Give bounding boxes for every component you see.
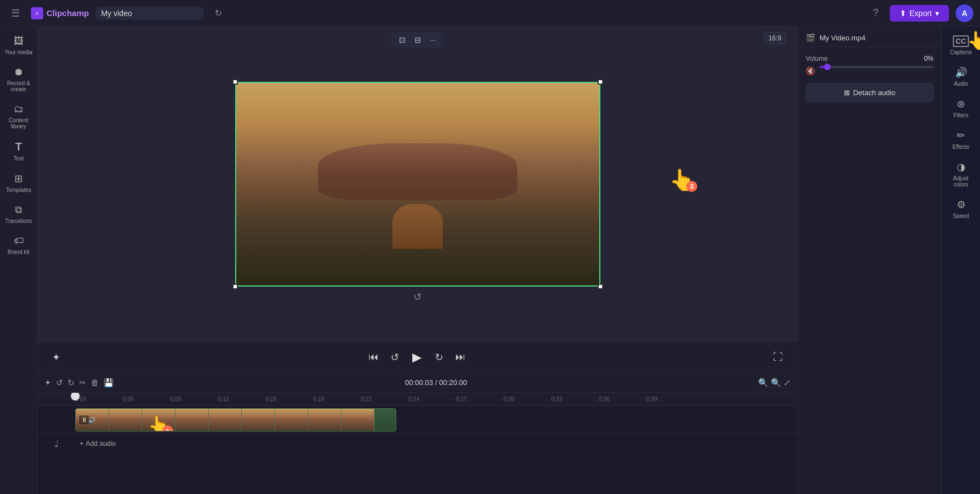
resize-handle-top-left[interactable] xyxy=(232,79,238,85)
sidebar-item-label: Transitions xyxy=(5,218,32,224)
ruler-mark-10: 0:33 xyxy=(551,396,599,402)
ruler-mark-0: 0:03 xyxy=(75,396,123,402)
sidebar-item-record-create[interactable]: ⏺ Record & create xyxy=(1,62,37,97)
sidebar-item-label: Captions xyxy=(950,49,972,55)
right-sidebar-item-effects[interactable]: ✏ Effects xyxy=(943,125,979,154)
timeline-tracks: My video.mp4 xyxy=(38,406,797,494)
volume-slider[interactable] xyxy=(820,66,934,68)
effects-icon: ✏ xyxy=(957,129,965,142)
sidebar-item-label: Brand kit xyxy=(8,249,29,255)
undo-button[interactable]: ↺ xyxy=(56,378,63,388)
transitions-icon: ⧉ xyxy=(15,204,22,216)
magic-cut-button[interactable]: ✦ xyxy=(49,349,64,366)
left-sidebar: 🖼 Your media ⏺ Record & create 🗂 Content… xyxy=(0,27,38,494)
video-background xyxy=(236,83,599,285)
redo-button[interactable]: ↻ xyxy=(68,378,75,388)
sidebar-item-content-library[interactable]: 🗂 Content library xyxy=(1,99,37,134)
zoom-out-button[interactable]: 🔍 xyxy=(758,378,769,388)
menu-icon[interactable]: ☰ xyxy=(7,5,24,22)
playback-right: ⛶ xyxy=(770,349,786,365)
clip-thumb-4 xyxy=(175,409,209,431)
right-panel-header: 🎬 My Video.mp4 xyxy=(798,27,941,47)
fullscreen-button[interactable]: ⛶ xyxy=(770,349,786,365)
clip-thumb-8 xyxy=(308,409,341,431)
detach-icon: ⊠ xyxy=(844,89,850,97)
resize-handle-bottom-left[interactable] xyxy=(232,284,238,289)
sidebar-item-label: Effects xyxy=(952,144,969,150)
ruler-mark-2: 0:09 xyxy=(170,396,218,402)
record-create-icon: ⏺ xyxy=(14,66,24,78)
audio-track-row: ♩ + Add audio xyxy=(38,434,797,454)
clip-thumb-2 xyxy=(109,409,142,431)
resize-handle-bottom-right[interactable] xyxy=(598,284,603,289)
video-title-input[interactable] xyxy=(96,7,204,20)
export-chevron-icon: ▾ xyxy=(935,9,939,18)
right-panel-content: Volume 0% 🔇 ⊠ Detach audio xyxy=(798,47,941,494)
timeline-toolbar: ✦ ↺ ↻ ✂ 🗑 💾 00:00.03 / 00:20.00 🔍 🔍 ⤢ xyxy=(38,373,797,393)
sidebar-item-label: Record & create xyxy=(3,80,34,92)
sidebar-item-transitions[interactable]: ⧉ Transitions xyxy=(1,200,37,228)
ruler-mark-7: 0:24 xyxy=(408,396,456,402)
autosave-icon[interactable]: ↻ xyxy=(210,6,226,20)
logo-icon: ■ xyxy=(31,7,43,19)
sidebar-item-templates[interactable]: ⊞ Templates xyxy=(1,168,37,197)
skip-end-button[interactable]: ⏭ xyxy=(452,349,469,365)
playback-center: ⏮ ↺ ▶ ↻ ⏭ xyxy=(365,348,469,367)
export-button[interactable]: ⬆ Export ▾ xyxy=(890,5,949,22)
clip-thumb-9 xyxy=(341,409,375,431)
skip-start-button[interactable]: ⏮ xyxy=(365,349,382,365)
filters-icon: ⊛ xyxy=(957,98,965,110)
resize-handle-top-right[interactable] xyxy=(598,79,603,85)
app-name: Clipchamp xyxy=(46,8,89,18)
file-name: My Video.mp4 xyxy=(820,34,865,42)
video-track-content: My video.mp4 xyxy=(75,406,797,433)
export-icon: ⬆ xyxy=(900,9,906,18)
templates-icon: ⊞ xyxy=(14,173,23,185)
play-button[interactable]: ▶ xyxy=(408,348,426,367)
expand-button[interactable]: ⤢ xyxy=(784,378,791,388)
clip-thumb-5 xyxy=(209,409,242,431)
clip-audio-icon: 🔊 xyxy=(88,417,96,424)
slider-thumb[interactable] xyxy=(824,64,831,70)
ruler-mark-6: 0:21 xyxy=(361,396,408,402)
video-track-row: My video.mp4 xyxy=(38,406,797,434)
mute-icon[interactable]: 🔇 xyxy=(806,66,815,75)
avatar[interactable]: A xyxy=(956,4,973,22)
video-preview: ⊡ ⊟ ··· 16:9 ↺ xyxy=(38,27,797,341)
detach-audio-button[interactable]: ⊠ Detach audio xyxy=(806,84,934,102)
cut-button[interactable]: ✂ xyxy=(79,378,86,388)
save-frame-button[interactable]: 💾 xyxy=(103,378,114,388)
right-sidebar-item-captions[interactable]: CC Captions xyxy=(943,31,979,60)
ruler-track: 0:03 0:06 0:09 0:12 0:15 0:18 0:21 0:24 … xyxy=(38,396,797,402)
add-clip-button[interactable]: ✦ xyxy=(44,378,51,388)
ruler-mark-5: 0:18 xyxy=(313,396,361,402)
timeline-ruler[interactable]: 0:03 0:06 0:09 0:12 0:15 0:18 0:21 0:24 … xyxy=(38,393,797,406)
rotation-handle[interactable]: ↺ xyxy=(413,291,422,303)
volume-value: 0% xyxy=(924,55,934,63)
video-clip[interactable]: ⏸ 🔊 👆 1 xyxy=(75,408,396,431)
plus-icon: + xyxy=(80,440,84,448)
sidebar-item-your-media[interactable]: 🖼 Your media xyxy=(1,31,37,60)
sidebar-item-label: Speed xyxy=(953,213,969,219)
sidebar-item-label: Your media xyxy=(4,49,32,55)
sidebar-item-label: Text xyxy=(13,155,23,162)
right-sidebar-item-adjust-colors[interactable]: ◑ Adjust colors xyxy=(943,157,979,192)
zoom-in-button[interactable]: 🔍 xyxy=(771,378,781,388)
sidebar-item-brand-kit[interactable]: 🏷 Brand kit xyxy=(1,231,37,259)
volume-label: Volume 0% xyxy=(806,55,934,63)
right-sidebar-item-filters[interactable]: ⊛ Filters xyxy=(943,93,979,123)
topbar: ☰ ■ Clipchamp ↻ ? ⬆ Export ▾ A xyxy=(0,0,980,27)
forward-button[interactable]: ↻ xyxy=(432,349,447,366)
right-sidebar-item-speed[interactable]: ⚙ Speed xyxy=(943,194,979,223)
ruler-mark-11: 0:36 xyxy=(599,396,646,402)
playback-left: ✦ xyxy=(49,349,64,366)
delete-button[interactable]: 🗑 xyxy=(91,378,99,387)
ruler-mark-12: 0:39 xyxy=(646,396,694,402)
right-sidebar-item-audio[interactable]: 🔊 Audio xyxy=(943,62,979,91)
sidebar-item-text[interactable]: T Text xyxy=(1,136,37,166)
help-icon[interactable]: ? xyxy=(869,5,883,21)
add-audio-button[interactable]: + Add audio xyxy=(75,438,120,450)
speed-icon: ⚙ xyxy=(957,199,966,211)
sidebar-item-label: Filters xyxy=(953,112,968,118)
rewind-button[interactable]: ↺ xyxy=(387,349,402,366)
